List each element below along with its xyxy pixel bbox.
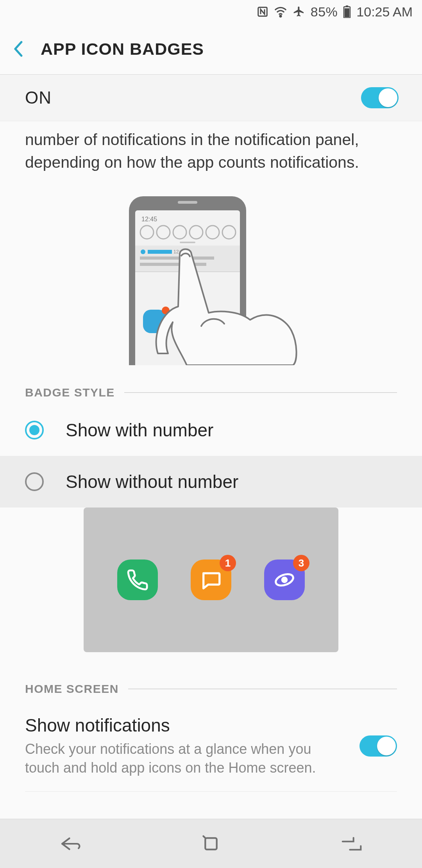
master-toggle-switch[interactable] [361,87,399,108]
badge-style-preview: 1 3 [84,508,338,652]
show-notifications-text: Show notifications Check your notificati… [25,715,322,777]
system-nav-bar [0,819,422,868]
section-header-badge-style: BADGE STYLE [0,381,422,404]
divider [25,791,397,792]
show-notifications-row[interactable]: Show notifications Check your notificati… [0,701,422,791]
show-notifications-switch[interactable] [359,735,397,757]
svg-rect-15 [180,242,195,243]
airplane-mode-icon [293,5,305,18]
divider [128,689,397,689]
wifi-icon [274,6,287,18]
radio-show-without-number-label: Show without number [66,471,238,492]
svg-rect-27 [205,838,216,849]
feature-description-clipped: number on the badge may be different fro… [25,121,397,122]
app-bar: APP ICON BADGES [0,23,422,74]
back-button[interactable] [9,40,27,57]
preview-phone-icon [117,560,158,600]
preview-browser-badge: 3 [293,555,309,571]
scroll-area[interactable]: number on the badge may be different fro… [0,121,422,819]
nav-recents-button[interactable] [328,832,375,855]
nav-home-button[interactable] [188,832,234,855]
svg-rect-20 [140,256,214,260]
show-notifications-subtitle: Check your notifications at a glance whe… [25,740,322,777]
page-title: APP ICON BADGES [41,39,204,59]
master-toggle-label: ON [25,88,52,108]
section-header-home-screen-label: HOME SCREEN [25,682,119,696]
svg-point-26 [281,577,288,583]
preview-browser-icon: 3 [264,560,305,600]
section-header-home-screen: HOME SCREEN [0,677,422,701]
radio-show-without-number[interactable]: Show without number [0,456,422,508]
radio-show-with-number[interactable]: Show with number [0,404,422,456]
svg-text:12:45: 12:45 [141,216,157,222]
svg-rect-18 [148,250,172,254]
divider [124,392,397,393]
radio-indicator-selected [25,421,44,439]
svg-rect-7 [178,201,197,204]
section-header-badge-style-label: BADGE STYLE [25,386,115,399]
feature-description-text: number of notifications in the notificat… [25,131,359,171]
radio-indicator-unselected [25,472,44,491]
battery-icon [343,5,351,18]
settings-screen: 85% 10:25 AM APP ICON BADGES ON number o… [0,0,422,868]
svg-rect-4 [345,8,349,17]
svg-point-1 [280,15,281,17]
svg-rect-21 [140,263,206,266]
svg-rect-3 [346,5,348,7]
preview-messages-icon: 1 [191,560,231,600]
nfc-icon [257,6,268,18]
show-notifications-title: Show notifications [25,715,322,736]
radio-show-with-number-label: Show with number [66,420,213,441]
status-bar: 85% 10:25 AM [0,0,422,23]
master-toggle-row[interactable]: ON [0,74,422,121]
battery-percent: 85% [311,4,338,20]
feature-description: number on the badge may be different fro… [0,121,422,185]
status-time: 10:25 AM [356,4,413,20]
svg-point-17 [141,249,145,254]
feature-illustration: 12:45 12:45 [0,185,422,381]
preview-messages-badge: 1 [220,555,236,571]
nav-back-button[interactable] [47,832,94,855]
